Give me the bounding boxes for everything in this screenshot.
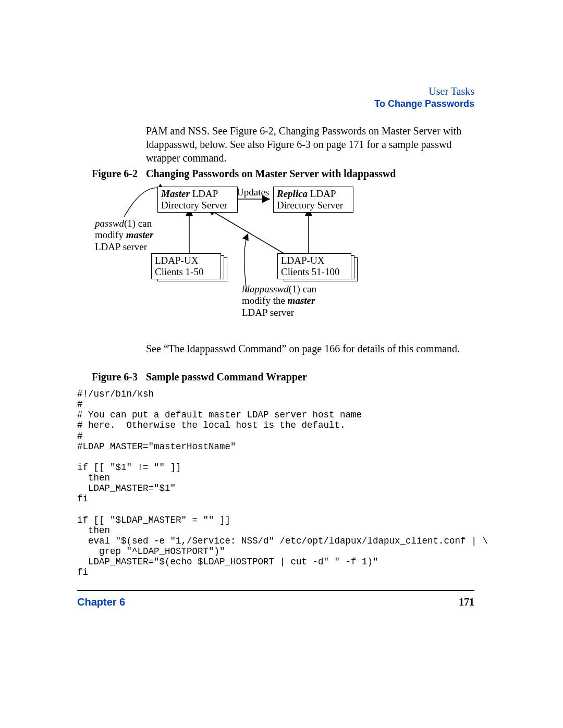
ldappasswd-l2a: modify the bbox=[242, 295, 288, 306]
see-paragraph: See “The ldappasswd Command” on page 166… bbox=[146, 342, 474, 355]
clients-right-l1: LDAP-UX bbox=[281, 255, 324, 266]
passwd-annotation: passwd(1) can modify master LDAP server bbox=[95, 218, 153, 253]
figure-6-2-label: Figure 6-2 bbox=[92, 168, 138, 180]
passwd-l3: LDAP server bbox=[95, 241, 147, 252]
master-line2: Directory Server bbox=[161, 200, 227, 211]
footer-page-number: 171 bbox=[459, 596, 474, 608]
master-ldap-box: Master LDAP Directory Server bbox=[157, 187, 238, 213]
master-em: Master bbox=[161, 188, 190, 199]
replica-em: Replica bbox=[277, 188, 308, 199]
passwd-l2a: modify bbox=[95, 229, 126, 240]
updates-label: Updates bbox=[237, 187, 269, 198]
clients-right-box: LDAP-UX Clients 51-100 bbox=[277, 253, 351, 279]
master-rest: LDAP bbox=[190, 188, 218, 199]
figure-6-3-label: Figure 6-3 bbox=[92, 371, 138, 383]
figure-6-2-diagram: Master LDAP Directory Server Updates Rep… bbox=[103, 187, 364, 322]
figure-6-3-title: Sample passwd Command Wrapper bbox=[146, 371, 307, 383]
footer-chapter: Chapter 6 bbox=[77, 596, 125, 608]
ldappasswd-rest: (1) can bbox=[289, 283, 316, 294]
clients-right-l2: Clients 51-100 bbox=[281, 266, 339, 277]
intro-paragraph: PAM and NSS. See Figure 6-2, Changing Pa… bbox=[146, 124, 474, 165]
replica-rest: LDAP bbox=[308, 188, 336, 199]
footer-rule bbox=[77, 590, 474, 591]
header-subsection: To Change Passwords bbox=[374, 98, 474, 109]
replica-line2: Directory Server bbox=[277, 200, 343, 211]
passwd-l2em: master bbox=[126, 229, 154, 240]
svg-line-3 bbox=[207, 208, 284, 253]
ldappasswd-l3: LDAP server bbox=[242, 307, 294, 318]
clients-left-box: LDAP-UX Clients 1-50 bbox=[151, 253, 221, 279]
ldappasswd-em: ldappasswd bbox=[242, 283, 289, 294]
footer: Chapter 6 171 bbox=[77, 596, 474, 608]
figure-6-2-title: Changing Passwords on Master Server with… bbox=[146, 168, 396, 180]
replica-ldap-box: Replica LDAP Directory Server bbox=[273, 187, 353, 213]
clients-left-l1: LDAP-UX bbox=[155, 255, 198, 266]
ldappasswd-l2em: master bbox=[288, 295, 315, 306]
passwd-em: passwd bbox=[95, 218, 124, 229]
page-header: User Tasks To Change Passwords bbox=[374, 85, 474, 109]
passwd-rest: (1) can bbox=[124, 218, 152, 229]
ldappasswd-annotation: ldappasswd(1) can modify the master LDAP… bbox=[242, 283, 316, 318]
page: User Tasks To Change Passwords PAM and N… bbox=[0, 0, 563, 728]
clients-left-l2: Clients 1-50 bbox=[155, 266, 203, 277]
header-section: User Tasks bbox=[374, 85, 474, 97]
code-listing: #!/usr/bin/ksh # # You can put a default… bbox=[77, 389, 494, 577]
